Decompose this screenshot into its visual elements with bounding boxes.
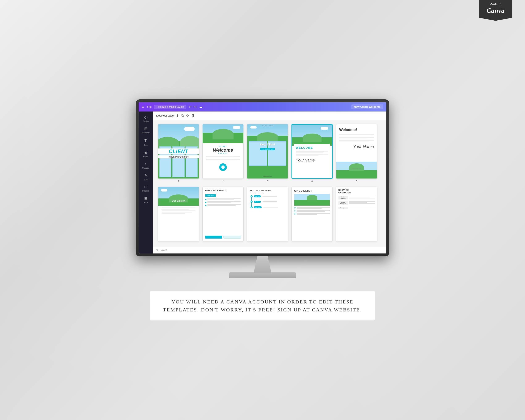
page-number-1: 1 <box>178 180 179 183</box>
page-3-thumbnail: Your Business Name New Client <box>247 124 288 179</box>
page-thumb-10[interactable]: SERVICEOVERVIEW ProblemStatement <box>336 187 377 243</box>
monitor: ≡ File ↓ Resize & Magic Switch ↩ ↪ ☁ New… <box>136 99 389 278</box>
page-thumb-6[interactable]: Our Mission <box>158 187 199 243</box>
toolbar-copy-icon[interactable]: ⧉ <box>181 114 184 117</box>
badge-made-text: Made in <box>483 2 508 6</box>
notes-label[interactable]: Notes <box>160 249 167 252</box>
page-thumb-7[interactable]: WHAT TO EXPECT Lorem ipsum <box>202 187 244 243</box>
elements-label: Elements <box>142 132 150 134</box>
monitor-stand-base <box>229 272 296 278</box>
page-thumb-4[interactable]: WELCOME Your Name <box>291 124 333 183</box>
uploads-label: Uploads <box>142 167 149 169</box>
bottom-text-box: YOU WILL NEED A CANVA ACCOUNT IN ORDER T… <box>150 291 375 321</box>
sidebar-item-draw[interactable]: ✎ Draw <box>140 172 152 182</box>
page-number-2: 2 <box>222 180 224 183</box>
resize-magic-switch-button[interactable]: ↓ Resize & Magic Switch <box>154 105 186 109</box>
main-container: ≡ File ↓ Resize & Magic Switch ↩ ↪ ☁ New… <box>136 99 389 321</box>
draw-label: Draw <box>143 178 148 181</box>
page-8-thumbnail: PROJECT TIMELINE Click to add a subheadi… <box>247 187 288 241</box>
pages-row-2: Our Mission <box>158 187 381 243</box>
page-1-thumbnail: CLIENT Welcome Packet <box>158 124 199 179</box>
checklist-title: CHECKLIST <box>294 189 330 192</box>
canva-badge: Made in Canva <box>479 0 512 21</box>
canvas-area: Deselect page ⬆ ⧉ ⟳ 🗑 <box>153 112 386 253</box>
file-menu[interactable]: File <box>147 105 152 108</box>
page1-welcome-text: Welcome Packet <box>158 155 199 158</box>
page-thumb-8[interactable]: PROJECT TIMELINE Click to add a subheadi… <box>247 187 288 243</box>
draw-icon: ✎ <box>144 173 147 178</box>
page-5-thumbnail: Welcome! <box>336 124 377 179</box>
document-title: New Client Welcome <box>351 104 383 109</box>
page-thumb-9[interactable]: CHECKLIST <box>291 187 333 243</box>
page-thumb-2[interactable]: CLIENT Welcome PACKET <box>202 124 244 183</box>
sidebar-item-brand[interactable]: ◈ Brand <box>140 149 152 159</box>
left-sidebar: ◇ Design ⊞ Elements T Text ◈ <box>139 112 153 253</box>
page-thumb-5[interactable]: Welcome! <box>336 124 377 183</box>
page-number-3: 3 <box>267 180 268 183</box>
page-number-5: 5 <box>356 180 357 183</box>
menu-icon[interactable]: ≡ <box>142 105 144 109</box>
pages-container: CLIENT Welcome Packet 1 <box>153 120 386 247</box>
monitor-body: ≡ File ↓ Resize & Magic Switch ↩ ↪ ☁ New… <box>136 99 389 256</box>
page-thumb-1[interactable]: CLIENT Welcome Packet 1 <box>158 124 199 183</box>
pages-row-1: CLIENT Welcome Packet 1 <box>158 124 381 183</box>
sidebar-item-apps[interactable]: ⊞ Apps <box>140 195 152 205</box>
sidebar-item-text[interactable]: T Text <box>140 136 152 148</box>
sidebar-item-design[interactable]: ◇ Design <box>140 113 152 124</box>
page-7-thumbnail: WHAT TO EXPECT Lorem ipsum <box>202 187 244 241</box>
toolbar-delete-icon[interactable]: 🗑 <box>192 114 195 117</box>
design-icon: ◇ <box>144 115 147 120</box>
brand-label: Brand <box>143 156 148 158</box>
apps-label: Apps <box>144 201 148 204</box>
apps-icon: ⊞ <box>144 196 147 201</box>
uploads-icon: ↑ <box>145 162 147 166</box>
text-icon: T <box>144 138 147 143</box>
projects-label: Projects <box>142 190 149 192</box>
sidebar-item-projects[interactable]: □ Projects <box>140 183 152 194</box>
toolbar-animate-icon[interactable]: ⟳ <box>186 114 189 118</box>
page-10-thumbnail: SERVICEOVERVIEW ProblemStatement <box>336 187 377 241</box>
elements-icon: ⊞ <box>144 126 147 131</box>
projects-icon: □ <box>145 185 147 189</box>
toolbar-upload-icon[interactable]: ⬆ <box>176 114 179 118</box>
sidebar-item-uploads[interactable]: ↑ Uploads <box>140 160 152 171</box>
brand-icon: ◈ <box>144 150 147 155</box>
badge-logo-text: Canva <box>483 7 508 15</box>
canva-header: ≡ File ↓ Resize & Magic Switch ↩ ↪ ☁ New… <box>139 102 386 112</box>
page1-client-text: CLIENT <box>158 149 199 154</box>
page-number-4: 4 <box>311 180 313 183</box>
bottom-text: YOU WILL NEED A CANVA ACCOUNT IN ORDER T… <box>163 298 362 314</box>
redo-icon[interactable]: ↪ <box>194 105 197 109</box>
toolbar-row: Deselect page ⬆ ⧉ ⟳ 🗑 <box>153 112 386 120</box>
page-6-thumbnail: Our Mission <box>158 187 199 241</box>
sidebar-item-elements[interactable]: ⊞ Elements <box>140 125 152 135</box>
text-label: Text <box>144 144 148 146</box>
page-2-thumbnail: CLIENT Welcome PACKET <box>202 124 244 179</box>
monitor-screen: ≡ File ↓ Resize & Magic Switch ↩ ↪ ☁ New… <box>139 102 386 253</box>
cloud-save-icon[interactable]: ☁ <box>199 105 202 109</box>
editor-area: ◇ Design ⊞ Elements T Text ◈ <box>139 112 386 253</box>
undo-icon[interactable]: ↩ <box>188 105 191 109</box>
page-4-thumbnail: WELCOME Your Name <box>291 124 333 179</box>
page-thumb-3[interactable]: Your Business Name New Client <box>247 124 288 183</box>
notes-pencil-icon: ✎ <box>156 248 159 252</box>
deselect-page-text[interactable]: Deselect page <box>156 114 174 117</box>
notes-bar: ✎ Notes <box>153 247 386 253</box>
page-9-thumbnail: CHECKLIST <box>291 187 333 241</box>
design-label: Design <box>143 120 149 122</box>
monitor-stand-neck <box>250 256 275 273</box>
